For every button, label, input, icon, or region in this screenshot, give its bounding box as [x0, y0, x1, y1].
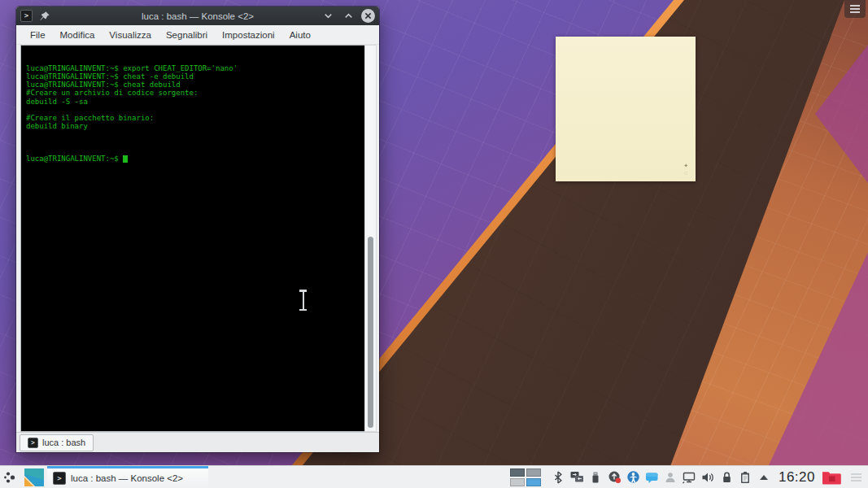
taskbar-panel: > luca : bash — Konsole <2>: [0, 465, 868, 488]
ibeam-mouse-cursor: [298, 290, 308, 311]
pager-desktop-4-active[interactable]: [526, 478, 541, 486]
menu-item[interactable]: Aiuto: [282, 30, 318, 40]
close-button[interactable]: [361, 9, 375, 23]
application-launcher[interactable]: [23, 466, 46, 488]
menu-bar: FileModificaVisualizzaSegnalibriImpostaz…: [16, 25, 379, 45]
kickoff-launcher-icon: [24, 468, 44, 486]
lock-icon[interactable]: [719, 468, 735, 486]
hamburger-icon: [850, 5, 860, 13]
terminal-line: [26, 106, 364, 114]
expand-tray-icon[interactable]: [757, 468, 772, 486]
minimize-button[interactable]: [321, 9, 335, 24]
virtual-desktop-pager: [510, 468, 541, 486]
digital-clock[interactable]: 16:20: [779, 469, 815, 486]
terminal-view[interactable]: luca@TRINGALINVENT:~$ export CHEAT_EDITO…: [20, 45, 364, 432]
tab-bar: > luca : bash: [16, 432, 379, 452]
terminal-prompt-line: luca@TRINGALINVENT:~$: [26, 155, 364, 163]
panel-toolbox-button[interactable]: [847, 468, 865, 486]
chat-icon[interactable]: [644, 468, 660, 486]
terminal-cursor: [123, 155, 128, 163]
hamburger-icon: [851, 473, 861, 481]
scrollbar-thumb[interactable]: [368, 237, 373, 428]
terminal-tab[interactable]: > luca : bash: [20, 434, 94, 451]
konsole-window: > luca : bash — Konsole <2>: [16, 7, 379, 452]
konsole-task-icon: >: [53, 472, 66, 485]
taskbar-task-konsole[interactable]: > luca : bash — Konsole <2>: [47, 466, 208, 488]
chevron-down-icon: [323, 11, 334, 21]
volume-icon[interactable]: [700, 468, 716, 486]
maximize-button[interactable]: [341, 9, 355, 24]
menu-item[interactable]: Modifica: [53, 30, 103, 40]
close-icon: [364, 12, 372, 20]
system-tray: [551, 468, 772, 486]
terminal-line: [26, 130, 364, 138]
desktop-toolbox-button[interactable]: [844, 0, 866, 18]
sticky-note-widget[interactable]: ✦ ◌: [556, 37, 696, 181]
activities-launcher[interactable]: [0, 466, 23, 488]
pager-desktop-2[interactable]: [526, 468, 541, 477]
usb-device-icon[interactable]: [588, 468, 604, 486]
folder-icon[interactable]: [821, 468, 842, 487]
terminal-line: luca@TRINGALINVENT:~$ cheat -e debuild: [26, 72, 364, 81]
menu-item[interactable]: Visualizza: [102, 30, 159, 40]
note-settings-icon[interactable]: ✦: [683, 163, 688, 168]
pager-desktop-3[interactable]: [510, 478, 525, 486]
terminal-line: debuild -S -sa: [26, 98, 364, 106]
menu-item[interactable]: Impostazioni: [215, 30, 282, 40]
konsole-tab-icon: >: [28, 438, 38, 448]
terminal-line: luca@TRINGALINVENT:~$ cheat debuild: [26, 81, 364, 89]
tab-label: luca : bash: [42, 438, 85, 447]
terminal-scrollbar[interactable]: [364, 45, 377, 432]
terminal-line: #Creare il pacchetto binario:: [26, 114, 364, 122]
clipboard-icon[interactable]: [738, 468, 753, 486]
chevron-up-icon: [343, 11, 354, 21]
pager-desktop-1[interactable]: [510, 468, 525, 477]
screen-share-icon[interactable]: [569, 468, 585, 486]
menu-item[interactable]: Segnalibri: [159, 30, 215, 40]
window-titlebar[interactable]: > luca : bash — Konsole <2>: [16, 7, 379, 25]
dots-arrow-icon: [3, 470, 20, 485]
konsole-window-icon[interactable]: >: [20, 10, 33, 22]
terminal-line: luca@TRINGALINVENT:~$ export CHEAT_EDITO…: [26, 64, 364, 72]
display-icon[interactable]: [682, 468, 697, 486]
task-label: luca : bash — Konsole <2>: [71, 473, 183, 483]
updates-icon[interactable]: [607, 468, 622, 486]
user-icon[interactable]: [663, 468, 678, 486]
bluetooth-icon[interactable]: [551, 468, 566, 486]
terminal-line: debuild binary: [26, 122, 364, 130]
info-center-icon[interactable]: [626, 468, 641, 486]
terminal-prompt: luca@TRINGALINVENT:~$: [26, 155, 123, 163]
menu-item[interactable]: File: [23, 30, 53, 40]
terminal-line: #Creare un archivio di codice sorgente:: [26, 89, 364, 97]
note-resize-icon[interactable]: ◌: [684, 170, 687, 176]
pin-icon[interactable]: [39, 11, 50, 22]
